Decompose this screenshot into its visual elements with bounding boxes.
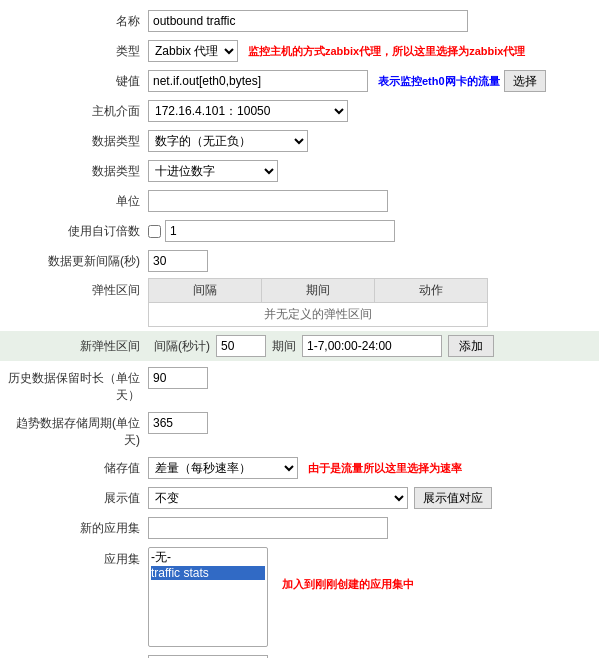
new-app-label: 新的应用集 xyxy=(8,517,148,537)
unit-input[interactable] xyxy=(148,190,388,212)
data-type1-label: 数据类型 xyxy=(8,130,148,150)
key-label: 键值 xyxy=(8,70,148,90)
app-item-none[interactable]: -无- xyxy=(151,549,265,566)
data-type2-row: 数据类型 十进位数字 xyxy=(0,158,599,184)
display-value-content: 不变 展示值对应 xyxy=(148,487,591,509)
data-type1-row: 数据类型 数字的（无正负） xyxy=(0,128,599,154)
app-annotation: 加入到刚刚创建的应用集中 xyxy=(282,577,414,591)
new-elastic-period-input[interactable] xyxy=(302,335,442,357)
data-type2-select[interactable]: 十进位数字 xyxy=(148,160,278,182)
name-row: 名称 xyxy=(0,8,599,34)
display-value-row: 展示值 不变 展示值对应 xyxy=(0,485,599,511)
type-annotation: 监控主机的方式zabbix代理，所以这里选择为zabbix代理 xyxy=(248,44,525,58)
app-set-content: -无- traffic stats 加入到刚刚创建的应用集中 xyxy=(148,547,591,647)
name-label: 名称 xyxy=(8,10,148,30)
history-row: 历史数据保留时长（单位天） xyxy=(0,365,599,406)
elastic-empty: 并无定义的弹性区间 xyxy=(149,303,488,327)
elastic-col2: 期间 xyxy=(261,279,374,303)
unit-label: 单位 xyxy=(8,190,148,210)
history-label: 历史数据保留时长（单位天） xyxy=(8,367,148,404)
elastic-col3: 动作 xyxy=(374,279,487,303)
app-set-label: 应用集 xyxy=(8,547,148,568)
elastic-col1: 间隔 xyxy=(149,279,262,303)
store-value-row: 储存值 差量（每秒速率） 由于是流量所以这里选择为速率 xyxy=(0,455,599,481)
store-value-content: 差量（每秒速率） 由于是流量所以这里选择为速率 xyxy=(148,457,591,479)
interface-row: 主机介面 172.16.4.101：10050 xyxy=(0,98,599,124)
multiplier-checkbox-wrapper xyxy=(148,220,395,242)
multiplier-label: 使用自订倍数 xyxy=(8,220,148,240)
data-type2-content: 十进位数字 xyxy=(148,160,591,182)
trend-content xyxy=(148,412,591,434)
store-value-annotation: 由于是流量所以这里选择为速率 xyxy=(308,461,462,475)
form-container: 名称 类型 Zabbix 代理 监控主机的方式zabbix代理，所以这里选择为z… xyxy=(0,0,599,658)
update-interval-label: 数据更新间隔(秒) xyxy=(8,250,148,270)
key-select-button[interactable]: 选择 xyxy=(504,70,546,92)
store-value-label: 储存值 xyxy=(8,457,148,477)
data-type1-select[interactable]: 数字的（无正负） xyxy=(148,130,308,152)
multiplier-input[interactable] xyxy=(165,220,395,242)
update-interval-row: 数据更新间隔(秒) xyxy=(0,248,599,274)
display-value-inner: 不变 展示值对应 xyxy=(148,487,492,509)
key-annotation: 表示监控eth0网卡的流量 xyxy=(378,74,500,89)
interface-select[interactable]: 172.16.4.101：10050 xyxy=(148,100,348,122)
type-select[interactable]: Zabbix 代理 xyxy=(148,40,238,62)
history-content xyxy=(148,367,591,389)
data-type1-content: 数字的（无正负） xyxy=(148,130,591,152)
key-content: 表示监控eth0网卡的流量 选择 xyxy=(148,70,591,92)
key-row: 键值 表示监控eth0网卡的流量 选择 xyxy=(0,68,599,94)
multiplier-row: 使用自订倍数 xyxy=(0,218,599,244)
elastic-row: 弹性区间 间隔 期间 动作 并无定义的弹性区间 xyxy=(0,278,599,327)
unit-row: 单位 xyxy=(0,188,599,214)
update-interval-input[interactable] xyxy=(148,250,208,272)
new-app-input[interactable] xyxy=(148,517,388,539)
trend-label: 趋势数据存储周期(单位天) xyxy=(8,412,148,449)
type-content: Zabbix 代理 监控主机的方式zabbix代理，所以这里选择为zabbix代… xyxy=(148,40,591,62)
elastic-label: 弹性区间 xyxy=(8,278,148,299)
new-elastic-label: 新弹性区间 xyxy=(8,338,148,355)
history-input[interactable] xyxy=(148,367,208,389)
app-set-list[interactable]: -无- traffic stats xyxy=(148,547,268,647)
update-interval-content xyxy=(148,250,591,272)
unit-content xyxy=(148,190,591,212)
interface-label: 主机介面 xyxy=(8,100,148,120)
trend-input[interactable] xyxy=(148,412,208,434)
elastic-table: 间隔 期间 动作 并无定义的弹性区间 xyxy=(148,278,488,327)
interface-content: 172.16.4.101：10050 xyxy=(148,100,591,122)
app-item-traffic[interactable]: traffic stats xyxy=(151,566,265,580)
app-set-row: 应用集 -无- traffic stats 加入到刚刚创建的应用集中 xyxy=(0,545,599,649)
new-elastic-add-button[interactable]: 添加 xyxy=(448,335,494,357)
new-elastic-row: 新弹性区间 间隔(秒计) 期间 添加 xyxy=(0,331,599,361)
new-app-row: 新的应用集 xyxy=(0,515,599,541)
name-input[interactable] xyxy=(148,10,468,32)
store-value-select[interactable]: 差量（每秒速率） xyxy=(148,457,298,479)
trend-row: 趋势数据存储周期(单位天) xyxy=(0,410,599,451)
new-elastic-interval-input[interactable] xyxy=(216,335,266,357)
elastic-content: 间隔 期间 动作 并无定义的弹性区间 xyxy=(148,278,591,327)
display-value-button[interactable]: 展示值对应 xyxy=(414,487,492,509)
display-value-select[interactable]: 不变 xyxy=(148,487,408,509)
new-elastic-period-label: 期间 xyxy=(272,338,296,355)
data-type2-label: 数据类型 xyxy=(8,160,148,180)
name-content xyxy=(148,10,591,32)
key-input[interactable] xyxy=(148,70,368,92)
multiplier-checkbox[interactable] xyxy=(148,225,161,238)
type-row: 类型 Zabbix 代理 监控主机的方式zabbix代理，所以这里选择为zabb… xyxy=(0,38,599,64)
display-value-label: 展示值 xyxy=(8,487,148,507)
new-app-content xyxy=(148,517,591,539)
asset-row: 填入主机资产纪录栏位 -无- xyxy=(0,653,599,658)
multiplier-content xyxy=(148,220,591,242)
new-elastic-interval-label: 间隔(秒计) xyxy=(154,338,210,355)
type-label: 类型 xyxy=(8,40,148,60)
